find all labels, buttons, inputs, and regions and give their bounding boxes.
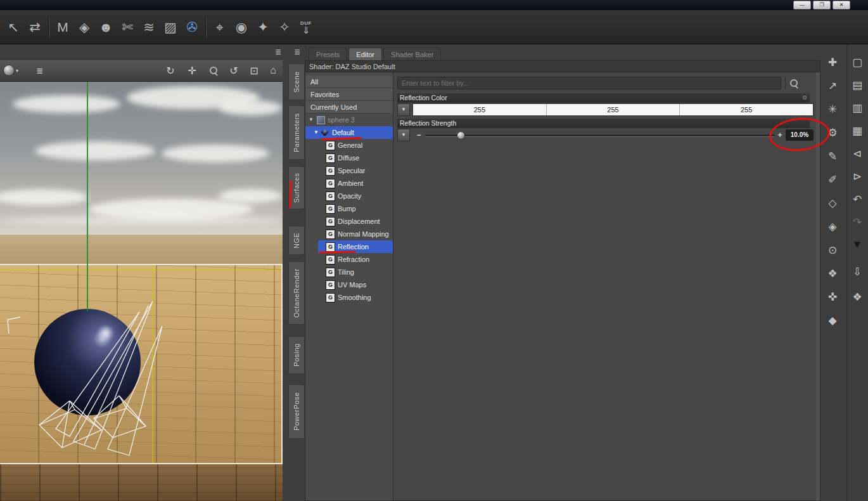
color-g-field[interactable]: 255 [547,104,680,115]
cloud [35,141,155,160]
viewport-canvas[interactable] [0,81,283,501]
side-tab-powerpose[interactable]: PowerPose [288,384,305,439]
surface-group-tiling[interactable]: GTiling [305,266,393,278]
iray-render-icon[interactable]: ✦ [252,16,274,39]
surface-group-refraction[interactable]: GRefraction [305,253,393,266]
decrement-button[interactable]: − [415,129,423,141]
measure-tool-icon[interactable]: M [52,16,73,39]
strength-dropdown-button[interactable]: ▼ [397,129,410,141]
reflection-color-header: ⚙Reflection Color [397,93,810,103]
surface-group-specular[interactable]: GSpecular [305,164,393,177]
surface-group-normal-mapping[interactable]: GNormal Mapping [305,228,393,240]
cube-dashed-icon[interactable]: ◈ [822,218,843,235]
surface-group-displacement[interactable]: GDisplacement [305,215,393,228]
tab-editor[interactable]: Editor [348,48,382,61]
side-tab-octanerender[interactable]: OctaneRender [288,261,305,325]
side-tab-nge[interactable]: NGE [288,226,305,255]
side-tab-scene[interactable]: Scene [288,63,305,100]
tab-shader-baker[interactable]: Shader Baker [383,48,441,61]
transform-tool-icon[interactable]: ◈ [73,16,95,39]
side-tab-parameters[interactable]: Parameters [288,105,305,160]
library-folder-icon[interactable]: ▥ [847,100,867,116]
open-folder-icon[interactable]: ▤ [847,77,867,93]
import-icon[interactable]: ⊲ [847,145,867,162]
rotate-tool-icon[interactable]: ⇄ [24,16,46,39]
tree-root-sphere[interactable]: ▼ sphere 3 [305,114,393,126]
strength-slider-track[interactable] [425,134,775,137]
group-label: Opacity [338,190,361,202]
tree-expand-icon[interactable]: ▼ [309,114,314,126]
merge-down-icon[interactable]: ⇩ [847,263,867,280]
tab-presets[interactable]: Presets [309,48,347,61]
redo-icon[interactable]: ↷ [847,214,867,230]
filter-favorites[interactable]: Favorites [305,88,393,101]
y-axis-line [87,81,88,311]
surface-group-smoothing[interactable]: GSmoothing [305,291,393,304]
zoom-icon[interactable] [204,60,223,81]
surface-group-general[interactable]: GGeneral [305,139,393,152]
surface-group-bump[interactable]: GBump [305,202,393,215]
color-dropdown-button[interactable]: ▼ [397,103,410,116]
filter-all[interactable]: All [305,75,393,88]
cube-wire-icon[interactable]: ◇ [822,195,843,211]
spot-render-icon[interactable]: ✧ [274,16,295,39]
aim-tool-icon[interactable]: ⌖ [209,16,231,39]
filter-input[interactable] [397,77,781,89]
color-b-field[interactable]: 255 [680,104,813,115]
toolbar-separator [205,17,207,37]
frame-view-icon[interactable]: ⊡ [245,60,264,81]
side-tab-posing[interactable]: Posing [288,336,305,374]
burst-node-icon[interactable]: ✳ [822,101,843,117]
figure-tool-icon[interactable]: ☻ [95,16,117,39]
cloud [219,189,282,203]
viewport-options-icon[interactable]: ≣ [30,60,49,81]
export-icon[interactable]: ⊳ [847,168,867,185]
daz-studio-window: — ❐ ✕ ↖ ⇄ M ◈ ☻ ✄ ≋ ▨ ✇ ⌖ ◉ ✦ ✧ DUF ⇓ ≣ … [0,0,868,501]
orbit-icon[interactable]: ↻ [161,60,180,81]
node-up-icon[interactable]: ↗ [822,77,843,94]
color-r-field[interactable]: 255 [413,104,547,115]
group-g-icon: G [326,280,335,290]
target-sphere-icon[interactable]: ⊙ [822,242,843,258]
add-node-icon[interactable]: ✚ [822,54,843,70]
eyedropper-icon[interactable]: ✎ [822,148,843,164]
undo-icon[interactable]: ↶ [847,191,867,207]
surface-group-opacity[interactable]: GOpacity [305,190,393,202]
view-selector-button[interactable]: ▾ [1,60,20,81]
gear-icon[interactable]: ⚙ [802,93,807,103]
hair-tool-icon[interactable]: ≋ [138,16,160,39]
pan-icon[interactable]: ✛ [182,60,201,81]
filter-currently-used[interactable]: Currently Used [305,101,393,114]
new-file-icon[interactable]: ▢ [847,54,867,70]
surface-selection-tool-icon[interactable]: ▨ [160,16,181,39]
geometry-cut-tool-icon[interactable]: ✄ [117,16,138,39]
home-view-icon[interactable]: ⌂ [264,60,283,81]
surface-group-ambient[interactable]: GAmbient [305,177,393,190]
group-g-icon: G [326,179,335,188]
download-arrow-icon[interactable]: ▼ [847,237,867,253]
package-icon[interactable]: ❖ [847,289,867,305]
search-icon-box[interactable] [785,77,802,89]
tree-expand-icon[interactable]: ▼ [314,126,319,139]
group-label: Smoothing [338,291,371,304]
cube-node-icon[interactable]: ❖ [822,265,843,282]
close-button[interactable]: ✕ [833,1,850,10]
surface-group-diffuse[interactable]: GDiffuse [305,152,393,164]
strength-slider-handle[interactable] [457,131,465,140]
node-selection-tool-icon[interactable]: ↖ [3,16,24,39]
wood-planks [0,463,283,501]
render-camera-icon[interactable]: ◉ [231,16,252,39]
duf-save-icon[interactable]: DUF ⇓ [295,16,317,39]
minimize-button[interactable]: — [793,1,811,10]
surface-group-uv-maps[interactable]: GUV Maps [305,278,393,291]
save-icon[interactable]: ▦ [847,122,867,139]
cube-add-icon[interactable]: ✜ [822,289,843,305]
rotate-view-icon[interactable]: ↺ [224,60,243,81]
pen-node-icon[interactable]: ✐ [822,171,843,188]
editor-pane-menu-icon[interactable]: ≣ [290,46,304,58]
viewport-pane-menu-icon[interactable]: ≣ [271,46,285,58]
view-orb-icon [3,65,15,76]
camera-blue-tool-icon[interactable]: ✇ [181,16,203,39]
cube-dark-icon[interactable]: ◆ [822,312,843,329]
maximize-button[interactable]: ❐ [813,1,831,10]
